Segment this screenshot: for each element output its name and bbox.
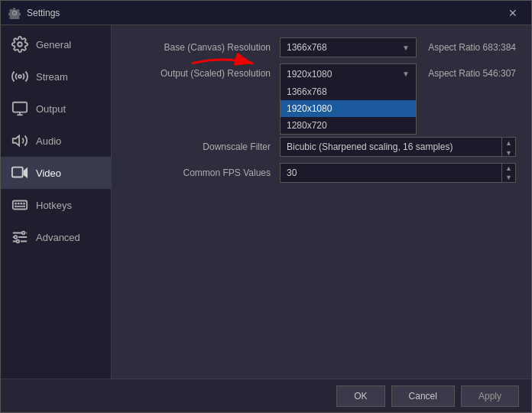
footer: OK Cancel Apply	[1, 379, 531, 412]
option-1920x1080[interactable]: 1920x1080	[281, 100, 416, 117]
svg-point-17	[22, 232, 25, 235]
sidebar-item-advanced[interactable]: Advanced	[1, 221, 111, 253]
svg-point-0	[18, 42, 22, 47]
downscale-filter-row: Downscale Filter Bicubic (Sharpened scal…	[127, 137, 516, 157]
svg-marker-5	[13, 136, 19, 146]
sidebar-label-hotkeys: Hotkeys	[36, 200, 72, 211]
output-resolution-list: 1366x768 1920x1080 1280x720	[280, 83, 417, 135]
sidebar-label-output: Output	[36, 103, 66, 115]
audio-icon	[11, 132, 28, 149]
sidebar-item-stream[interactable]: Stream	[1, 60, 111, 93]
downscale-up[interactable]: ▲	[502, 138, 515, 148]
fps-label: Common FPS Values	[127, 167, 280, 178]
output-resolution-dropdown[interactable]: 1920x1080 ▼	[280, 63, 417, 83]
fps-spinners: ▲ ▼	[501, 164, 515, 182]
sidebar-label-stream: Stream	[36, 71, 68, 83]
fps-value: 30	[287, 167, 297, 178]
video-icon	[11, 164, 28, 181]
advanced-icon	[11, 229, 28, 246]
output-resolution-label: Output (Scaled) Resolution	[127, 68, 280, 79]
output-resolution-value: 1920x1080	[287, 69, 332, 80]
base-resolution-dropdown[interactable]: 1366x768 ▼	[280, 37, 417, 57]
sidebar-item-output[interactable]: Output	[1, 93, 111, 125]
svg-point-16	[15, 236, 18, 239]
rows-below-dropdown: Downscale Filter Bicubic (Sharpened scal…	[127, 137, 516, 189]
svg-rect-6	[12, 167, 23, 177]
fps-down[interactable]: ▼	[502, 173, 515, 182]
svg-rect-8	[13, 201, 27, 210]
fps-row: Common FPS Values 30 ▲ ▼	[127, 163, 516, 183]
option-1366x768[interactable]: 1366x768	[281, 83, 416, 100]
dropdown-arrow-output: ▼	[402, 70, 410, 78]
downscale-filter-dropdown[interactable]: Bicubic (Sharpened scaling, 16 samples) …	[280, 137, 516, 157]
sidebar: General Stream Output	[1, 25, 112, 379]
base-resolution-value: 1366x768	[287, 42, 327, 53]
fps-control: 30 ▲ ▼	[280, 163, 516, 183]
keyboard-icon	[11, 197, 28, 213]
base-resolution-row: Base (Canvas) Resolution 1366x768 ▼ Aspe…	[127, 37, 516, 57]
title-bar: Settings ✕	[1, 1, 531, 25]
output-resolution-control: 1920x1080 ▼ 1366x768 1920x1080 1280x720	[280, 63, 417, 83]
sidebar-label-advanced: Advanced	[36, 232, 80, 243]
sidebar-item-general[interactable]: General	[1, 28, 111, 60]
downscale-filter-control: Bicubic (Sharpened scaling, 16 samples) …	[280, 137, 516, 157]
output-icon	[11, 100, 28, 117]
sidebar-item-audio[interactable]: Audio	[1, 125, 111, 157]
base-resolution-label: Base (Canvas) Resolution	[127, 42, 280, 53]
sidebar-item-hotkeys[interactable]: Hotkeys	[1, 189, 111, 221]
main-content: Base (Canvas) Resolution 1366x768 ▼ Aspe…	[112, 25, 531, 379]
cancel-button[interactable]: Cancel	[391, 385, 455, 407]
fps-up[interactable]: ▲	[502, 164, 515, 173]
svg-point-1	[18, 75, 21, 78]
sidebar-item-video[interactable]: Video	[1, 157, 111, 189]
dropdown-arrow-base: ▼	[402, 44, 410, 52]
window-title: Settings	[27, 8, 502, 18]
sidebar-label-general: General	[36, 39, 71, 50]
gear-icon	[11, 36, 28, 53]
downscale-down[interactable]: ▼	[502, 148, 515, 158]
downscale-filter-value: Bicubic (Sharpened scaling, 16 samples)	[287, 141, 453, 152]
sidebar-label-video: Video	[36, 167, 61, 179]
content-area: General Stream Output	[1, 25, 531, 379]
option-1280x720[interactable]: 1280x720	[281, 117, 416, 134]
close-button[interactable]: ✕	[502, 5, 524, 21]
base-aspect-ratio: Aspect Ratio 683:384	[417, 42, 516, 53]
output-aspect-ratio: Aspect Ratio 546:307	[417, 68, 516, 79]
downscale-filter-label: Downscale Filter	[127, 141, 280, 152]
svg-rect-2	[13, 102, 27, 112]
settings-window: Settings ✕ General Stream	[0, 0, 532, 413]
svg-marker-7	[24, 167, 28, 179]
output-resolution-row: Output (Scaled) Resolution 1920x1080 ▼ 1…	[127, 63, 516, 83]
svg-point-18	[16, 240, 19, 243]
base-resolution-control: 1366x768 ▼	[280, 37, 417, 57]
settings-icon	[8, 7, 21, 19]
sidebar-label-audio: Audio	[36, 135, 61, 147]
ok-button[interactable]: OK	[336, 385, 384, 407]
stream-icon	[11, 68, 28, 85]
apply-button[interactable]: Apply	[461, 385, 519, 407]
downscale-spinners: ▲ ▼	[501, 138, 515, 158]
fps-spinner[interactable]: 30 ▲ ▼	[280, 163, 516, 183]
